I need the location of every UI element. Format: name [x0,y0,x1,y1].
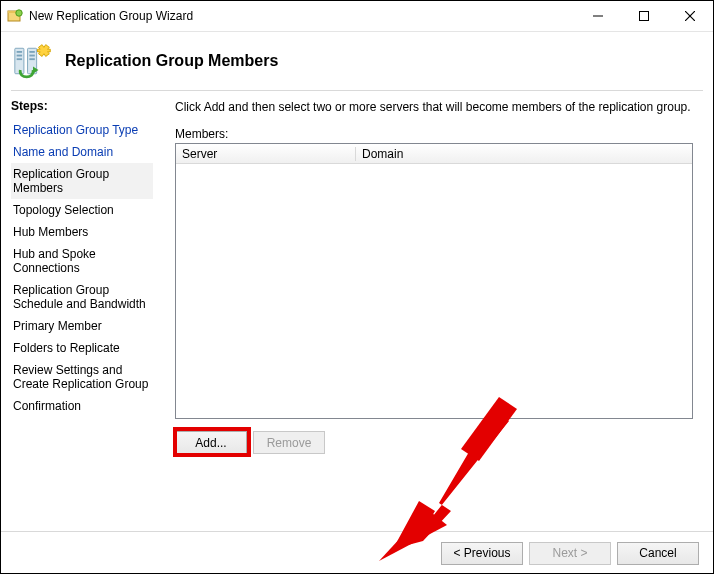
svg-rect-14 [29,58,34,60]
close-button[interactable] [667,1,713,31]
maximize-button[interactable] [621,1,667,31]
previous-button[interactable]: < Previous [441,542,523,565]
page-title: Replication Group Members [65,52,278,70]
wizard-footer: < Previous Next > Cancel [1,531,713,574]
step-6: Replication Group Schedule and Bandwidth [11,279,153,315]
wizard-window: New Replication Group Wizard Replication… [0,0,714,574]
step-5: Hub and Spoke Connections [11,243,153,279]
step-8: Folders to Replicate [11,337,153,359]
column-header-server[interactable]: Server [176,147,356,161]
step-9: Review Settings and Create Replication G… [11,359,153,395]
window-title: New Replication Group Wizard [29,9,193,23]
step-1[interactable]: Name and Domain [11,141,153,163]
members-label: Members: [175,127,693,141]
app-icon [7,8,23,24]
step-10: Confirmation [11,395,153,417]
wizard-icon [13,41,53,81]
svg-rect-4 [640,12,649,21]
members-grid[interactable]: Server Domain [175,143,693,419]
steps-sidebar: Steps: Replication Group TypeName and Do… [1,91,159,531]
next-button: Next > [529,542,611,565]
svg-rect-13 [29,55,34,57]
svg-rect-8 [17,51,22,53]
remove-button: Remove [253,431,325,454]
grid-header: Server Domain [176,144,692,164]
steps-heading: Steps: [11,99,153,113]
svg-rect-10 [17,58,22,60]
step-7: Primary Member [11,315,153,337]
svg-rect-12 [29,51,34,53]
minimize-button[interactable] [575,1,621,31]
main-panel: Click Add and then select two or more se… [159,91,713,531]
svg-point-2 [16,10,22,16]
page-header: Replication Group Members [1,32,713,90]
steps-list: Replication Group TypeName and DomainRep… [11,119,153,417]
step-0[interactable]: Replication Group Type [11,119,153,141]
step-3: Topology Selection [11,199,153,221]
cancel-button[interactable]: Cancel [617,542,699,565]
step-2: Replication Group Members [11,163,153,199]
instruction-text: Click Add and then select two or more se… [175,99,693,115]
step-4: Hub Members [11,221,153,243]
svg-rect-9 [17,55,22,57]
add-button[interactable]: Add... [175,431,247,454]
titlebar: New Replication Group Wizard [1,1,713,32]
column-header-domain[interactable]: Domain [356,147,692,161]
